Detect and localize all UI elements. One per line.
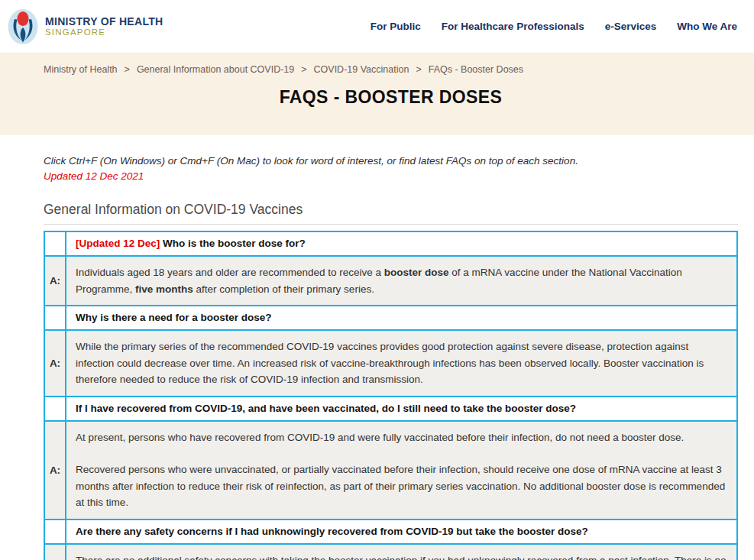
answer-cell: Individuals aged 18 years and older are … xyxy=(66,256,737,306)
question-text: Who is the booster dose for? xyxy=(163,238,306,249)
question-cell: Are there any safety concerns if I had u… xyxy=(66,520,737,544)
faq-question-row: [Updated 12 Dec] Who is the booster dose… xyxy=(44,231,737,256)
hero-band: Ministry of Health>General Information a… xyxy=(0,53,754,135)
logo-title: MINISTRY OF HEALTH xyxy=(45,15,163,28)
question-cell: Why is there a need for a booster dose? xyxy=(66,306,737,330)
breadcrumb-separator: > xyxy=(125,64,130,75)
answer-cell: While the primary series of the recommen… xyxy=(66,330,737,397)
breadcrumb: Ministry of Health>General Information a… xyxy=(44,64,738,75)
question-spacer-cell xyxy=(44,520,66,544)
faq-answer-row: A:There are no additional safety concern… xyxy=(44,544,737,560)
answer-cell: At present, persons who have recovered f… xyxy=(66,421,737,520)
faq-question-row: If I have recovered from COVID-19, and h… xyxy=(44,397,737,421)
nav-for-public[interactable]: For Public xyxy=(371,21,421,32)
updated-tag: [Updated 12 Dec] xyxy=(76,238,163,249)
section-divider xyxy=(44,224,738,225)
breadcrumb-item: FAQs - Booster Doses xyxy=(429,64,523,75)
question-cell: [Updated 12 Dec] Who is the booster dose… xyxy=(66,231,737,256)
answer-paragraph: At present, persons who have recovered f… xyxy=(76,429,727,446)
search-hint-note: Click Ctrl+F (On Windows) or Cmd+F (On M… xyxy=(44,155,738,167)
page-title: FAQS - BOOSTER DOSES xyxy=(44,87,738,108)
main-content: Click Ctrl+F (On Windows) or Cmd+F (On M… xyxy=(0,155,754,560)
question-spacer-cell xyxy=(44,231,66,256)
breadcrumb-separator: > xyxy=(416,64,421,75)
faq-answer-row: A:Individuals aged 18 years and older ar… xyxy=(44,256,737,306)
question-spacer-cell xyxy=(44,397,66,421)
answer-label: A: xyxy=(44,421,66,520)
breadcrumb-item[interactable]: Ministry of Health xyxy=(44,64,118,75)
breadcrumb-separator: > xyxy=(301,64,306,75)
question-text: If I have recovered from COVID-19, and h… xyxy=(76,403,576,414)
nav-who-we-are[interactable]: Who We Are xyxy=(677,21,737,32)
question-spacer-cell xyxy=(44,306,66,330)
section-heading: General Information on COVID-19 Vaccines xyxy=(44,202,738,218)
question-cell: If I have recovered from COVID-19, and h… xyxy=(66,397,737,421)
answer-paragraph: Recovered persons who were unvaccinated,… xyxy=(76,461,727,511)
faq-answer-row: A:While the primary series of the recomm… xyxy=(44,330,737,397)
question-text: Are there any safety concerns if I had u… xyxy=(76,526,588,537)
site-header: MINISTRY OF HEALTH SINGAPORE For PublicF… xyxy=(0,0,754,53)
nav-for-healthcare-professionals[interactable]: For Healthcare Professionals xyxy=(442,21,584,32)
breadcrumb-item[interactable]: General Information about COVID-19 xyxy=(137,64,294,75)
moh-flower-icon xyxy=(8,8,38,45)
answer-label: A: xyxy=(44,544,66,560)
faq-question-row: Why is there a need for a booster dose? xyxy=(44,306,737,330)
answer-cell: There are no additional safety concerns … xyxy=(66,544,737,560)
answer-paragraph: While the primary series of the recommen… xyxy=(76,338,727,388)
answer-label: A: xyxy=(44,330,66,397)
breadcrumb-item[interactable]: COVID-19 Vaccination xyxy=(314,64,409,75)
main-nav: For PublicFor Healthcare Professionalse-… xyxy=(371,21,737,32)
faq-table-body: [Updated 12 Dec] Who is the booster dose… xyxy=(44,231,737,560)
updated-date: Updated 12 Dec 2021 xyxy=(44,170,738,182)
moh-logo[interactable]: MINISTRY OF HEALTH SINGAPORE xyxy=(8,8,163,45)
faq-table: [Updated 12 Dec] Who is the booster dose… xyxy=(44,231,738,560)
faq-answer-row: A:At present, persons who have recovered… xyxy=(44,421,737,520)
faq-question-row: Are there any safety concerns if I had u… xyxy=(44,520,737,544)
question-text: Why is there a need for a booster dose? xyxy=(76,312,272,323)
logo-subtitle: SINGAPORE xyxy=(45,28,163,37)
answer-paragraph: Individuals aged 18 years and older are … xyxy=(76,264,727,297)
answer-paragraph: There are no additional safety concerns … xyxy=(76,552,727,560)
nav-e-services[interactable]: e-Services xyxy=(605,21,657,32)
answer-label: A: xyxy=(44,256,66,306)
